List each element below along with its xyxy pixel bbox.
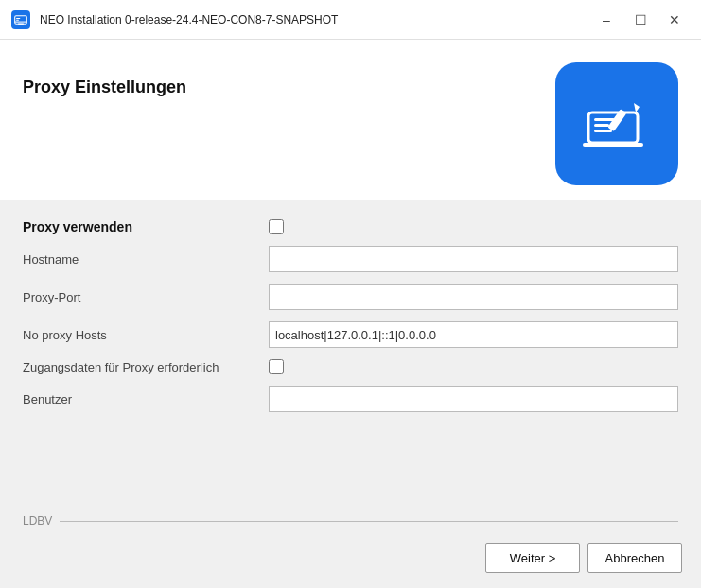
hostname-row: Hostname: [23, 246, 678, 272]
proxy-port-input[interactable]: [269, 284, 678, 310]
no-proxy-hosts-input[interactable]: [269, 321, 678, 348]
benutzer-label: Benutzer: [23, 392, 269, 406]
no-proxy-hosts-label: No proxy Hosts: [23, 328, 269, 342]
proxy-verwenden-label: Proxy verwenden: [23, 219, 269, 234]
no-proxy-hosts-row: No proxy Hosts: [23, 321, 678, 348]
svg-rect-7: [594, 124, 609, 127]
page-title: Proxy Einstellungen: [23, 62, 186, 97]
svg-rect-3: [16, 17, 20, 18]
proxy-port-label: Proxy-Port: [23, 290, 269, 304]
form-area-wrapper: Proxy verwenden Hostname Proxy-Port No p…: [0, 200, 701, 531]
svg-marker-11: [634, 103, 640, 112]
weiter-button[interactable]: Weiter >: [485, 543, 580, 573]
ldbv-section: LDBV: [0, 507, 701, 531]
window-title: NEO Installation 0-release-24.4-NEO-CON8…: [40, 13, 591, 26]
proxy-verwenden-checkbox[interactable]: [269, 219, 284, 234]
proxy-verwenden-row: Proxy verwenden: [23, 219, 678, 234]
title-bar: NEO Installation 0-release-24.4-NEO-CON8…: [0, 0, 701, 40]
header-icon-box: [555, 62, 678, 185]
hostname-input[interactable]: [269, 246, 678, 272]
benutzer-input[interactable]: [269, 386, 678, 412]
header-area: Proxy Einstellungen: [0, 40, 701, 200]
benutzer-row: Benutzer: [23, 386, 678, 412]
svg-rect-4: [16, 19, 19, 20]
maximize-button[interactable]: ☐: [625, 9, 656, 31]
minimize-button[interactable]: –: [591, 9, 622, 31]
abbrechen-button[interactable]: Abbrechen: [587, 543, 682, 573]
zugangsdaten-label: Zugangsdaten für Proxy erforderlich: [23, 360, 269, 374]
close-button[interactable]: ✕: [659, 9, 690, 31]
svg-rect-2: [18, 23, 24, 24]
svg-rect-8: [594, 130, 612, 132]
footer: Weiter > Abbrechen: [0, 531, 701, 588]
content-area: Proxy verwenden Hostname Proxy-Port No p…: [0, 200, 701, 588]
ldbv-label: LDBV: [23, 514, 678, 527]
installer-icon: [579, 86, 655, 162]
zugangsdaten-row: Zugangsdaten für Proxy erforderlich: [23, 359, 678, 374]
svg-rect-9: [583, 143, 643, 147]
form-scroll[interactable]: Proxy verwenden Hostname Proxy-Port No p…: [0, 200, 701, 507]
zugangsdaten-checkbox[interactable]: [269, 359, 284, 374]
svg-rect-6: [594, 118, 615, 121]
app-icon: [11, 10, 30, 29]
proxy-port-row: Proxy-Port: [23, 284, 678, 310]
window-controls: – ☐ ✕: [591, 9, 690, 31]
hostname-label: Hostname: [23, 252, 269, 267]
